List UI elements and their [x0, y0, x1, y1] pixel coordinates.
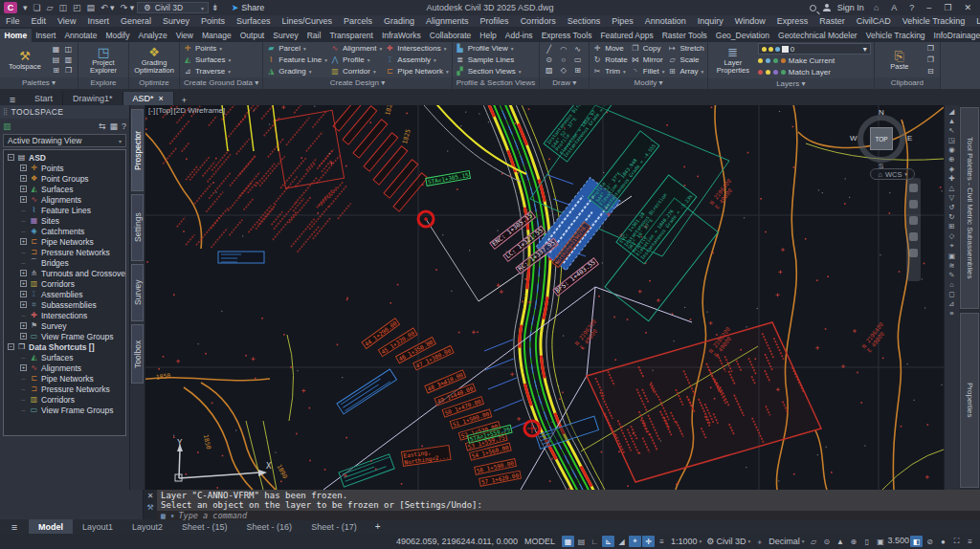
ribbon-tab-express-tools[interactable]: Express Tools [537, 29, 596, 42]
osnap-icon[interactable]: ⌖ [629, 536, 641, 547]
tree-item-pipe-networks[interactable]: +⊏Pipe Networks [4, 236, 125, 247]
zoom-icon[interactable] [909, 216, 918, 225]
profile-view-button[interactable]: ▙Profile View▾ [456, 43, 522, 54]
ribbon-tab-featured-apps[interactable]: Featured Apps [596, 29, 657, 42]
ribbon-tab-view[interactable]: View [171, 29, 197, 42]
graphics-icon[interactable]: ● [937, 536, 949, 547]
tool-palettes-icon[interactable]: ▦ [50, 44, 62, 55]
array-draw-icon[interactable]: ⊞ [571, 65, 584, 76]
rectangle-icon[interactable]: ▭ [571, 55, 584, 65]
paste-special-icon[interactable]: ⊟ [924, 66, 937, 77]
tree-item-turnouts-and-crossovers[interactable]: +⋔Turnouts and Crossovers [4, 268, 125, 278]
layer-tool-icon[interactable] [773, 58, 778, 63]
transparent-command-icon[interactable]: ◢ [949, 107, 955, 116]
view-control-button[interactable]: [Top] [156, 106, 172, 115]
tree-item-data-shortcuts[interactable]: −❒Data Shortcuts [] [4, 341, 125, 352]
mirror-button[interactable]: ⋈Mirror [631, 55, 665, 65]
corridor-button[interactable]: ▥Corridor▾ [330, 66, 382, 77]
layer-tool-icon[interactable] [758, 70, 763, 75]
profile-button[interactable]: ⋀Profile▾ [330, 55, 382, 65]
refresh-icon[interactable]: ⇆ [99, 121, 106, 131]
transparent-command-icon[interactable]: ◈ [949, 165, 955, 173]
app-logo-icon[interactable]: C [4, 2, 17, 13]
pipe-network-button[interactable]: ⊏Pipe Network▾ [385, 66, 448, 77]
transparent-command-icon[interactable]: ▽ [949, 193, 955, 202]
otrack-icon[interactable]: ✛ [642, 536, 655, 547]
save-icon[interactable]: ◫ [56, 3, 71, 12]
layout-tab-layout2[interactable]: Layout2 [122, 519, 172, 534]
command-window[interactable]: Layer "C-ANNO-VFRM" has been frozen. Sel… [157, 490, 980, 519]
grading-optimization-button[interactable]: ❖Grading Optimization [132, 43, 176, 77]
app-store-icon[interactable]: ⌂ [871, 3, 881, 12]
assistant-icon[interactable]: A [888, 3, 900, 12]
match-layer-button[interactable]: Match Layer [758, 67, 871, 77]
circle-icon[interactable]: ⊙ [543, 55, 555, 65]
tree-item-asd[interactable]: −▤ASD [4, 152, 125, 163]
menu-window[interactable]: Window [729, 16, 771, 26]
project-explorer-button[interactable]: ◳Project Explorer [81, 43, 125, 77]
menu-view[interactable]: View [52, 16, 81, 26]
transparent-command-icon[interactable]: △ [949, 184, 955, 192]
layout-tab-layout1[interactable]: Layout1 [73, 519, 122, 534]
ribbon-tab-raster-tools[interactable]: Raster Tools [657, 29, 711, 42]
expand-icon[interactable]: + [20, 270, 27, 276]
new-drawing-tab-button[interactable]: + [174, 96, 194, 105]
file-tab-asd[interactable]: ASD*× [123, 92, 174, 105]
collapse-icon[interactable]: − [8, 343, 14, 350]
menu-lines-curves[interactable]: Lines/Curves [277, 16, 339, 26]
transparent-command-icon[interactable]: ◉ [948, 145, 955, 154]
sheet-set-icon[interactable]: ▤ [50, 55, 62, 65]
menu-surfaces[interactable]: Surfaces [231, 16, 277, 26]
quick-access-caret-icon[interactable]: ⇟ [209, 3, 222, 12]
transparent-command-icon[interactable]: ▣ [948, 252, 955, 260]
ribbon-tab-manage[interactable]: Manage [198, 29, 236, 42]
tree-item-points[interactable]: +✛Points [4, 163, 125, 173]
menu-vehicle-tracking[interactable]: Vehicle Tracking [897, 16, 971, 26]
panel-label-draw[interactable]: Draw ▾ [540, 77, 589, 89]
viewcube-top-face[interactable]: TOP [870, 127, 893, 150]
autoscale-icon[interactable]: ⊕ [847, 536, 859, 547]
layer-tool-icon[interactable] [766, 58, 770, 63]
plot-icon[interactable]: ▤ [84, 3, 99, 12]
lock-ui-icon[interactable]: ◧ [910, 536, 923, 547]
section-views-button[interactable]: ▞Section Views▾ [456, 66, 522, 77]
ortho-icon[interactable]: ⊾ [602, 536, 614, 547]
tree-item-alignments[interactable]: +∿Alignments [4, 362, 125, 373]
ribbon-tab-analyze[interactable]: Analyze [134, 29, 171, 42]
stretch-button[interactable]: ↦Stretch [667, 43, 703, 54]
tree-item-corridors[interactable]: +▥Corridors [4, 278, 125, 289]
points-button[interactable]: ✛Points▾ [183, 43, 231, 54]
layer-tool-icon[interactable] [781, 58, 786, 63]
transparent-command-icon[interactable]: ⌖ [949, 241, 953, 251]
tree-item-subassemblies[interactable]: +⌗Subassemblies [4, 299, 125, 310]
intersections-button[interactable]: ✚Intersections▾ [385, 43, 448, 54]
scale-button[interactable]: ▱Scale [667, 55, 703, 65]
toolspace-tab-survey[interactable]: Survey [131, 264, 144, 321]
isolate-icon[interactable]: ⊘ [924, 536, 936, 547]
ribbon-tab-annotate[interactable]: Annotate [60, 29, 101, 42]
quick-properties-icon[interactable]: ▣ [874, 536, 886, 547]
assembly-button[interactable]: ⌶Assembly▾ [385, 55, 448, 65]
survey-toolspace-icon[interactable]: ⊞ [50, 65, 62, 76]
ribbon-tab-modify[interactable]: Modify [101, 29, 134, 42]
tree-item-pipe-networks[interactable]: ─⊏Pipe Networks [4, 373, 125, 384]
menu-file[interactable]: File [0, 16, 26, 26]
transparent-command-icon[interactable]: ✎ [948, 271, 954, 279]
layer-tool-icon[interactable] [781, 70, 786, 75]
copy-button[interactable]: ❐Copy [631, 43, 665, 54]
toolspace-button[interactable]: ⚒Toolspace [3, 43, 47, 77]
expand-icon[interactable]: + [20, 186, 27, 192]
ribbon-tab-output[interactable]: Output [235, 29, 269, 42]
transparent-command-icon[interactable]: ✚ [948, 174, 954, 183]
transparent-command-icon[interactable]: ◳ [948, 136, 955, 144]
tool-palettes-bar[interactable]: Tool Palettes - Civil Metric Subassembli… [960, 107, 979, 309]
panel-label-palettes[interactable]: Palettes ▾ [0, 77, 78, 89]
expand-icon[interactable]: + [20, 301, 27, 308]
panel-label-modify[interactable]: Modify ▾ [590, 77, 707, 89]
make-current-button[interactable]: Make Current [758, 55, 871, 66]
workspace-switching-control[interactable]: ⚙Civil 3D▾ [704, 536, 752, 547]
view-selector[interactable]: Active Drawing View ▾ [3, 134, 126, 147]
feature-line-button[interactable]: ⌇Feature Line▾ [266, 55, 327, 65]
expand-icon[interactable]: + [20, 291, 27, 297]
drawing-canvas[interactable]: YX [-] [Top] [2D Wireframe] N S W E TOP … [145, 105, 944, 490]
